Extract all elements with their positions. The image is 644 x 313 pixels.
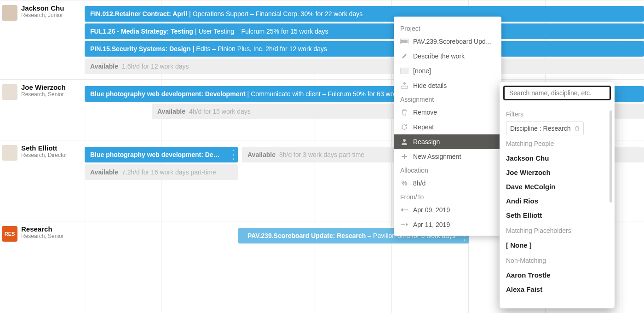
bar-detail: 1.6h/d for 12 work days [122,63,189,70]
bar-title: PAV.239.Scoreboard Update: Research [247,232,366,239]
trash-icon [400,108,408,116]
color-none[interactable]: [none] [394,64,501,78]
repeat-assignment[interactable]: Repeat [394,120,501,134]
avatar [2,5,17,21]
filters-label: Filters [506,110,608,118]
resource-header[interactable]: Joe WierzochResearch, Senior [0,80,85,104]
allocation-value[interactable]: % 8h/d [394,176,501,191]
available-bar[interactable]: Available 7.2h/d for 16 work days part-t… [85,164,238,180]
bar-detail: User Testing – Fulcrum 25% for 15 work d… [198,28,328,35]
person-option[interactable]: Jackson Chu [506,151,608,165]
project-icon [400,37,408,46]
resource-row: Jackson ChuResearch, JuniorFIN.012.Retai… [0,0,644,79]
bar-title: FUL1.26 - Media Strategy: Testing [90,28,193,35]
describe-work[interactable]: Describe the work [394,49,501,64]
reassign-assignment[interactable]: Reassign [394,134,501,149]
timeline-lane[interactable]: FIN.012.Retainer Contract: April | Opera… [85,0,644,79]
search-input[interactable] [503,86,611,100]
popover-section-assignment: Assignment [394,93,501,105]
bar-title: Available [90,63,118,70]
bar-title: Blue photography web development: Develo… [90,90,246,98]
popover-section-allocation: Allocation [394,164,501,176]
person-option[interactable]: Dave McColgin [506,180,608,194]
resource-header[interactable]: Jackson ChuResearch, Junior [0,0,85,24]
percent-icon: % [400,179,408,187]
resource-name: Jackson Chu [21,4,64,12]
svg-rect-1 [401,40,408,43]
bar-title: Blue photography web development: De… [90,151,220,158]
person-option[interactable]: Seth Elliott [506,208,608,222]
scheduler-app: Jackson ChuResearch, JuniorFIN.012.Retai… [0,0,644,313]
placeholder-none[interactable]: [ None ] [506,238,608,252]
popover-section-fromto: From/To [394,191,501,203]
avatar [2,145,17,161]
resource-role: Research, Junior [21,12,64,18]
resource-header[interactable]: RESResearchResearch, Senior [0,221,85,245]
person-option[interactable]: Joe Wierzoch [506,165,608,180]
bar-detail: 8h/d for 3 work days part-time [279,151,364,158]
resource-role: Research, Director [21,152,67,158]
assignment-bar[interactable]: FIN.012.Retainer Contract: April | Opera… [85,6,644,22]
resource-role: Research, Senior [21,91,66,98]
person-option[interactable]: Alexa Faist [506,282,608,296]
project-name: PAV.239.Scoreboard Updat… [413,38,495,45]
project-row[interactable]: PAV.239.Scoreboard Updat… [394,34,501,49]
nonmatching-label: Non-Matching [506,257,608,264]
assignment-bar[interactable]: Blue photography web development: De… [85,147,238,162]
popover-section-project: Project [394,22,501,34]
svg-rect-2 [401,86,408,88]
bar-detail: Operations Support – Financial Corp. 30%… [193,10,363,17]
scrollbar[interactable] [610,110,612,203]
remove-filter-icon[interactable] [575,126,580,131]
repeat-icon [400,123,408,131]
assignment-popover: Project PAV.239.Scoreboard Updat… Descri… [394,17,501,236]
bar-title: Available [157,108,185,115]
available-bar[interactable]: Available 1.6h/d for 12 work days [85,58,644,74]
bar-detail: Edits – Pinion Plus, Inc. 2h/d for 12 wo… [196,45,327,52]
matching-people-label: Matching People [506,140,608,147]
person-option[interactable]: Aaron Trostle [506,268,608,282]
drag-handle-icon[interactable] [231,150,235,160]
bar-detail: 7.2h/d for 16 work days part-time [122,168,216,176]
resource-name: Research [21,225,64,233]
bar-title: FIN.012.Retainer Contract: April [90,10,187,17]
avatar: RES [2,226,17,242]
assignment-bar[interactable]: FUL1.26 - Media Strategy: Testing | User… [85,23,644,39]
bar-title: Available [247,151,276,158]
avatar [2,84,17,100]
svg-point-3 [403,139,406,142]
from-date[interactable]: Apr 09, 2019 [394,203,501,217]
reassign-panel: Filters Discipline : Research Matching P… [500,82,615,308]
bar-detail: 4h/d for 15 work days [189,108,251,115]
from-date-icon [400,206,408,214]
filter-chip[interactable]: Discipline : Research [506,122,584,135]
bar-detail: Communicate with client – Fulcrum 50% fo… [251,90,414,98]
resource-name: Seth Elliott [21,144,67,152]
new-assignment[interactable]: New Assignment [394,149,501,164]
to-date[interactable]: Apr 11, 2019 [394,217,501,232]
to-date-icon [400,220,408,229]
person-option[interactable]: Andi Rios [506,194,608,208]
bar-title: PIN.15.Security Systems: Design [90,45,191,52]
pencil-icon [400,52,408,60]
resource-header[interactable]: Seth ElliottResearch, Director [0,140,85,164]
assignment-bar[interactable]: PIN.15.Security Systems: Design | Edits … [85,41,644,57]
person-icon [400,138,408,146]
hide-details[interactable]: Hide details [394,78,501,93]
plus-icon [400,152,408,161]
color-swatch-icon [400,67,408,75]
resource-role: Research, Senior [21,233,64,239]
bar-title: Available [90,168,118,176]
matching-placeholders-label: Matching Placeholders [506,227,608,234]
collapse-icon [400,81,408,90]
remove-assignment[interactable]: Remove [394,105,501,120]
resource-name: Joe Wierzoch [21,83,66,91]
